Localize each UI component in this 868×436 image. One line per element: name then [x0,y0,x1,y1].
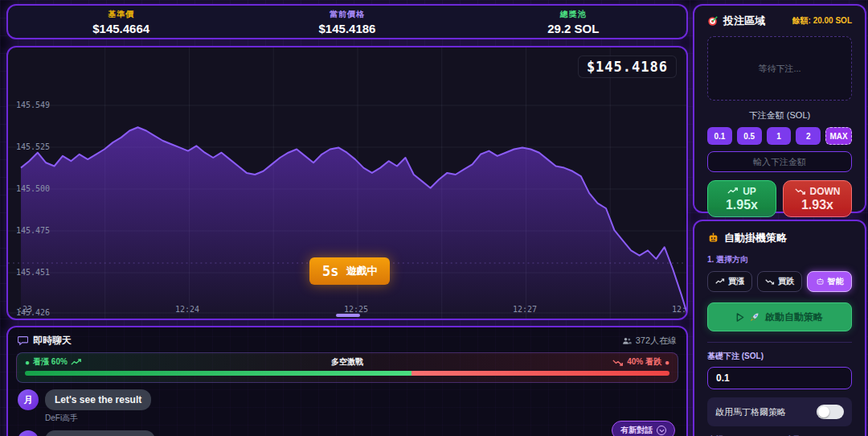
message-bubble: 新一輪開始，看好UP [45,430,155,436]
price-area-fill [21,127,686,319]
x-axis-tick: 12:27 [513,305,537,314]
base-price-label: 基準價 [8,9,234,20]
message-bubble: Let's see the result [45,389,151,410]
pool-label: 總獎池 [461,9,686,20]
martingale-toggle[interactable] [817,405,844,419]
bear-fill-bar [411,371,669,376]
avatar [18,430,39,436]
balance-label: 餘額: 20.00 SOL [792,15,852,27]
current-price-stat: 當前價格 $145.4186 [234,9,460,35]
start-auto-strategy-button[interactable]: 啟動自動策略 [707,302,852,331]
timer-seconds: 5s [322,263,338,279]
waiting-text: 等待下注... [758,63,800,75]
base-bet-input[interactable] [707,367,852,389]
pool-stat: 總獎池 29.2 SOL [461,9,686,35]
buy-up-button[interactable]: 買漲 [707,271,752,292]
trend-down-icon [795,187,806,195]
toggle-knob [818,406,829,417]
base-bet-label: 基礎下注 (SOL) [707,351,852,362]
up-label: UP [743,186,756,197]
chat-panel: 即時聊天 372人在線 ● 看漲 60% 多空激戰 [6,326,688,436]
trend-down-icon [765,278,775,285]
quick-amount-button[interactable]: 0.5 [737,127,762,145]
step1-label: 1. 選擇方向 [707,254,852,265]
bet-amount-label: 下注金額 (SOL) [707,109,852,121]
x-axis-tick: 12: [672,305,686,314]
trend-up-icon [71,359,82,366]
endpoint-glow [684,315,686,319]
stats-bar: 基準價 $145.4664 當前價格 $145.4186 總獎池 29.2 SO… [6,4,688,39]
trend-up-icon [715,278,725,285]
chat-header: 即時聊天 372人在線 [8,327,686,352]
betting-panel: 投注區域 餘額: 20.00 SOL 等待下注... 下注金額 (SOL) 0.… [693,4,866,213]
avatar: 月 [18,389,39,410]
y-axis-tick: 145.500 [16,184,50,193]
auto-strategy-panel: 自動掛機策略 1. 選擇方向 買漲 買跌 智能 [693,220,866,436]
quick-amount-button[interactable]: 2 [796,127,821,145]
play-icon [736,313,744,322]
x-axis-tick: 12:24 [175,305,199,314]
battle-label: 多空激戰 [331,356,363,368]
chart-scroll-handle[interactable] [336,314,360,317]
y-axis-tick: 145.549 [16,101,50,109]
chat-title: 即時聊天 [33,334,72,348]
current-price-label: $145.4186 [578,56,677,78]
robot-icon [707,232,719,244]
base-price-value: $145.4664 [8,22,234,35]
waiting-for-bet-box: 等待下注... [707,36,852,101]
target-icon [707,15,719,27]
betting-title: 投注區域 [723,14,765,28]
current-price-stat-value: $145.4186 [234,22,460,35]
rocket-icon [750,312,760,322]
martingale-row: 啟用馬丁格爾策略 [707,397,852,426]
pool-value: 29.2 SOL [461,22,686,35]
sentiment-bar: ● 看漲 60% 多空激戰 40% 看跌 ● [16,352,678,383]
down-label: DOWN [810,186,841,197]
bull-dot: ● [25,358,30,367]
y-axis-tick: 145.451 [16,268,50,277]
bull-sentiment-label: ● 看漲 60% [25,356,82,368]
quick-amount-row: 0.1 0.5 1 2 MAX [707,127,852,145]
direction-row: 買漲 買跌 智能 [707,271,852,292]
quick-amount-button[interactable]: 0.1 [707,127,732,145]
sentiment-track [25,371,669,376]
x-axis-tick: :23 [18,305,32,314]
max-amount-button[interactable]: MAX [825,127,852,145]
down-multiplier: 1.93x [801,198,833,212]
game-timer-badge: 5s 遊戲中 [309,257,390,285]
timer-status: 遊戲中 [346,264,377,278]
base-price-stat: 基準價 $145.4664 [8,9,234,35]
new-messages-button[interactable]: 有新對話 [612,421,675,436]
people-icon [622,336,632,346]
online-count: 372人在線 [636,335,677,347]
smart-mode-button[interactable]: 智能 [807,271,852,292]
bull-fill-bar [25,371,411,376]
up-multiplier: 1.95x [726,198,758,212]
bet-amount-input[interactable] [707,151,852,172]
buy-down-button[interactable]: 買跌 [757,271,802,292]
trend-up-icon [727,187,739,195]
bear-sentiment-label: 40% 看跌 ● [612,356,669,368]
chevron-down-icon [657,426,666,435]
price-chart-panel: 145.549 145.525 145.500 145.475 145.451 … [6,46,688,320]
chat-bubble-icon [18,335,28,346]
y-axis-tick: 145.475 [16,226,50,235]
auto-title: 自動掛機策略 [724,231,787,245]
bet-up-button[interactable]: UP 1.95x [707,180,776,217]
x-axis-tick: 12:25 [344,305,368,314]
message-username: DeFi高手 [45,413,686,424]
current-price-stat-label: 當前價格 [234,9,460,20]
martingale-label: 啟用馬丁格爾策略 [715,406,786,418]
trend-down-icon [612,359,624,366]
robot-icon [816,278,825,286]
bet-down-button[interactable]: DOWN 1.93x [783,180,852,217]
y-axis-tick: 145.525 [16,142,50,151]
chat-message: 新一輪開始，看好UP [8,424,686,436]
chat-message: 月 Let's see the result [8,383,686,410]
quick-amount-button[interactable]: 1 [767,127,792,145]
bear-dot: ● [665,358,669,367]
divider [707,342,852,343]
